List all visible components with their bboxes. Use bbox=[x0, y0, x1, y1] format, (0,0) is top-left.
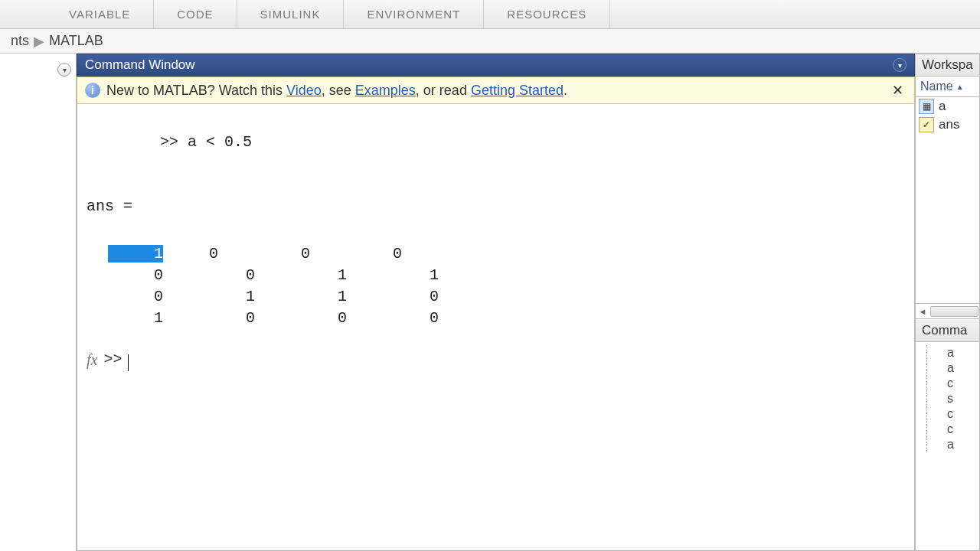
link-video[interactable]: Video bbox=[286, 83, 322, 98]
ans-label: ans = bbox=[87, 196, 905, 217]
main-area: ▾ Command Window ▾ i New to MATLAB? Watc… bbox=[0, 54, 980, 551]
link-examples[interactable]: Examples bbox=[355, 83, 416, 98]
prompt: >> bbox=[160, 133, 178, 151]
address-bar[interactable]: nts ▶ MATLAB bbox=[0, 29, 980, 54]
matrix-row: 0 1 1 0 bbox=[108, 286, 905, 308]
matrix-row: 0 0 1 1 bbox=[108, 265, 905, 286]
scroll-left-icon[interactable]: ◄ bbox=[916, 304, 929, 318]
ribbon-group-resources[interactable]: RESOURCES bbox=[484, 0, 610, 28]
command-history-list: aacscca bbox=[915, 342, 980, 551]
matrix-row: 1 0 0 0 bbox=[108, 243, 905, 265]
link-getting-started[interactable]: Getting Started bbox=[471, 83, 564, 98]
variable-name: a bbox=[939, 99, 946, 114]
command-window-titlebar: Command Window ▾ bbox=[77, 54, 915, 77]
right-panels: Workspa Name ▲ ▦a✓ans ◄ Comma aacscca bbox=[915, 54, 980, 551]
panel-menu-icon[interactable]: ▾ bbox=[893, 58, 906, 72]
breadcrumb-separator-icon: ▶ bbox=[34, 33, 44, 50]
command-history-title: Comma bbox=[915, 319, 980, 342]
horizontal-scrollbar[interactable]: ◄ bbox=[915, 304, 980, 319]
current-folder-panel: ▾ bbox=[0, 54, 77, 551]
variable-name: ans bbox=[939, 117, 959, 132]
selected-cell[interactable]: 1 bbox=[108, 245, 163, 262]
ans-matrix[interactable]: 1 0 0 0 0 0 1 1 0 1 1 0 1 0 0 0 bbox=[108, 243, 905, 329]
fx-icon[interactable]: fx bbox=[87, 349, 97, 370]
history-item[interactable]: c bbox=[926, 406, 978, 422]
info-icon: i bbox=[85, 83, 100, 98]
command-window-body[interactable]: >> a < 0.5 ans = 1 0 0 0 0 0 1 1 0 1 1 0… bbox=[77, 104, 915, 551]
history-item[interactable]: c bbox=[926, 422, 978, 437]
ribbon-group-code[interactable]: CODE bbox=[154, 0, 237, 28]
workspace-column-header[interactable]: Name ▲ bbox=[915, 77, 980, 97]
history-item[interactable]: a bbox=[926, 437, 978, 452]
workspace-list: ▦a✓ans bbox=[915, 97, 980, 304]
info-banner: i New to MATLAB? Watch this Video, see E… bbox=[77, 77, 915, 104]
history-item[interactable]: s bbox=[926, 391, 978, 406]
breadcrumb-item[interactable]: nts bbox=[11, 33, 29, 49]
history-item[interactable]: c bbox=[926, 376, 978, 391]
command-window-panel: Command Window ▾ i New to MATLAB? Watch … bbox=[77, 54, 915, 551]
command-window-title: Command Window bbox=[85, 57, 195, 73]
prompt: >> bbox=[103, 349, 122, 370]
command-input-text: a < 0.5 bbox=[188, 133, 252, 151]
logical-var-icon: ✓ bbox=[919, 117, 934, 132]
breadcrumb-item[interactable]: MATLAB bbox=[49, 33, 103, 49]
panel-menu-icon[interactable]: ▾ bbox=[57, 63, 71, 77]
matrix-row: 1 0 0 0 bbox=[108, 308, 905, 329]
ribbon-toolbar: VARIABLE CODE SIMULINK ENVIRONMENT RESOU… bbox=[0, 0, 980, 29]
ribbon-group-environment[interactable]: ENVIRONMENT bbox=[344, 0, 484, 28]
workspace-title: Workspa bbox=[915, 54, 980, 77]
info-text: New to MATLAB? Watch this Video, see Exa… bbox=[106, 83, 567, 99]
matrix-var-icon: ▦ bbox=[919, 99, 934, 114]
ribbon-group-simulink[interactable]: SIMULINK bbox=[237, 0, 345, 28]
ribbon-group-variable[interactable]: VARIABLE bbox=[0, 0, 154, 28]
scroll-thumb[interactable] bbox=[930, 306, 978, 317]
workspace-variable[interactable]: ✓ans bbox=[916, 116, 979, 134]
workspace-variable[interactable]: ▦a bbox=[916, 97, 979, 116]
sort-ascending-icon: ▲ bbox=[956, 83, 964, 91]
history-item[interactable]: a bbox=[926, 360, 978, 376]
text-cursor bbox=[128, 354, 129, 371]
history-item[interactable]: a bbox=[926, 345, 978, 360]
close-icon[interactable]: ✕ bbox=[889, 82, 906, 99]
